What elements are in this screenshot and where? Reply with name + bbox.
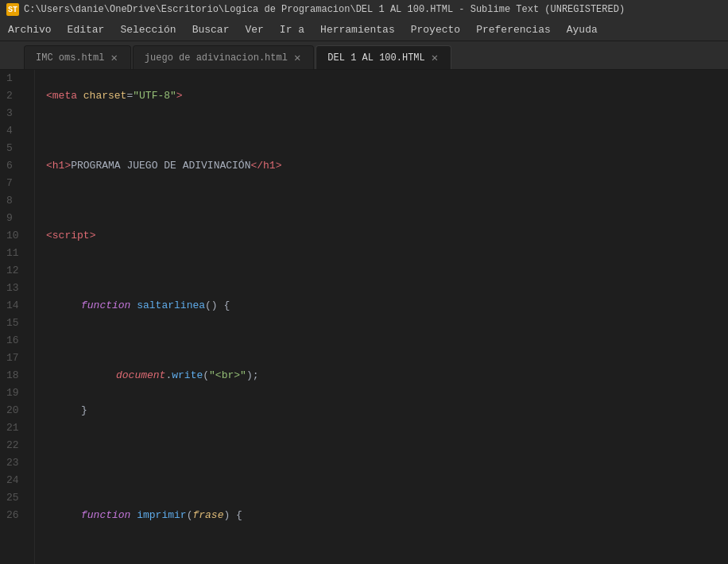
tab-del1al100-close[interactable]: ✕ [430, 52, 440, 64]
code-line-12 [46, 472, 728, 489]
app-icon: ST [6, 3, 19, 16]
code-line-5: <script> [46, 227, 728, 245]
menu-proyecto[interactable]: Proyecto [403, 19, 468, 41]
code-line-8 [46, 332, 728, 350]
code-line-6 [46, 262, 728, 280]
titlebar: ST C:\Users\danie\OneDrive\Escritorio\Lo… [0, 0, 728, 19]
menubar: Archivo Editar Selección Buscar Ver Ir a… [0, 19, 728, 41]
tab-adivinacion-close[interactable]: ✕ [292, 52, 302, 64]
line-numbers: 1 2 3 4 5 6 7 8 9 10 11 12 13 14 15 16 1… [0, 70, 35, 564]
code-line-3: <h1>PROGRAMA JUEGO DE ADIVINACIÓN</h1> [46, 157, 728, 175]
tabbar: IMC oms.html ✕ juego de adivinacion.html… [0, 41, 728, 70]
titlebar-text: C:\Users\danie\OneDrive\Escritorio\Logic… [24, 4, 625, 15]
code-line-7: function saltarlinea() { [46, 297, 728, 315]
menu-archivo[interactable]: Archivo [0, 19, 60, 41]
tab-adivinacion[interactable]: juego de adivinacion.html ✕ [133, 45, 314, 69]
code-line-11 [46, 437, 728, 454]
menu-preferencias[interactable]: Preferencias [468, 19, 559, 41]
menu-seleccion[interactable]: Selección [112, 19, 184, 41]
code-line-10: } [46, 402, 728, 419]
menu-ira[interactable]: Ir a [272, 19, 312, 41]
code-area[interactable]: <meta charset="UTF-8"> <h1>PROGRAMA JUEG… [35, 70, 728, 564]
code-line-4 [46, 192, 728, 210]
tab-del1al100-label: DEL 1 AL 100.HTML [327, 52, 424, 64]
code-line-9: document.write("<br>"); [46, 367, 728, 384]
code-line-13: function imprimir(frase) { [46, 507, 728, 524]
tab-imc-close[interactable]: ✕ [109, 52, 118, 64]
tab-imc[interactable]: IMC oms.html ✕ [24, 45, 131, 69]
menu-ver[interactable]: Ver [237, 19, 271, 41]
menu-herramientas[interactable]: Herramientas [312, 19, 403, 41]
menu-ayuda[interactable]: Ayuda [559, 19, 606, 41]
code-line-2 [46, 122, 728, 140]
editor: 1 2 3 4 5 6 7 8 9 10 11 12 13 14 15 16 1… [0, 70, 728, 564]
menu-editar[interactable]: Editar [60, 19, 113, 41]
code-line-1: <meta charset="UTF-8"> [46, 87, 728, 105]
code-line-14 [46, 542, 728, 559]
menu-buscar[interactable]: Buscar [184, 19, 238, 41]
tab-del1al100[interactable]: DEL 1 AL 100.HTML ✕ [316, 45, 451, 69]
tab-adivinacion-label: juego de adivinacion.html [145, 52, 288, 64]
tab-imc-label: IMC oms.html [36, 52, 104, 64]
